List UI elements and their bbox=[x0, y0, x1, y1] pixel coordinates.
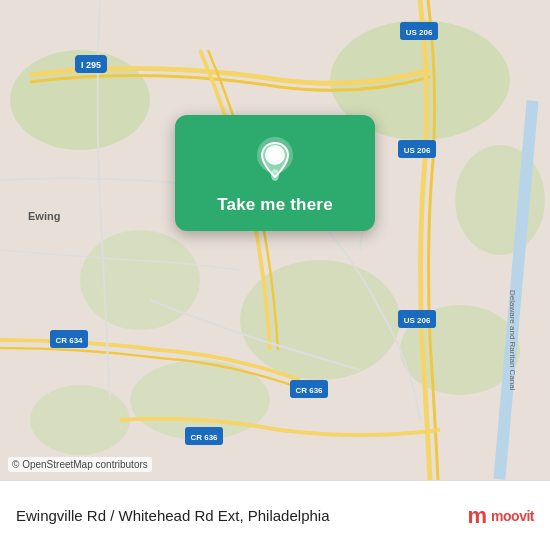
svg-text:US 206: US 206 bbox=[404, 316, 431, 325]
svg-text:Ewing: Ewing bbox=[28, 210, 60, 222]
location-pin-icon bbox=[251, 135, 299, 183]
take-me-there-card: Take me there bbox=[175, 115, 375, 231]
bottom-bar: Ewingville Rd / Whitehead Rd Ext, Philad… bbox=[0, 480, 550, 550]
svg-text:CR 636: CR 636 bbox=[190, 433, 218, 442]
svg-text:US 206: US 206 bbox=[404, 146, 431, 155]
map-container: I 295 US 206 US 206 US 206 NJ 31 NJ 31 C… bbox=[0, 0, 550, 480]
svg-text:US 206: US 206 bbox=[406, 28, 433, 37]
moovit-m-letter: m bbox=[468, 503, 488, 529]
osm-attribution: © OpenStreetMap contributors bbox=[8, 457, 152, 472]
svg-text:I 295: I 295 bbox=[81, 60, 101, 70]
svg-text:CR 634: CR 634 bbox=[55, 336, 83, 345]
svg-text:Delaware and Raritan Canal: Delaware and Raritan Canal bbox=[508, 290, 517, 391]
location-text: Ewingville Rd / Whitehead Rd Ext, Philad… bbox=[16, 507, 468, 524]
take-me-there-button[interactable]: Take me there bbox=[217, 195, 333, 215]
svg-text:CR 636: CR 636 bbox=[295, 386, 323, 395]
svg-point-7 bbox=[30, 385, 130, 455]
svg-point-33 bbox=[269, 149, 281, 161]
svg-point-5 bbox=[80, 230, 200, 330]
moovit-logo: m moovit bbox=[468, 503, 534, 529]
moovit-wordmark: moovit bbox=[491, 508, 534, 524]
